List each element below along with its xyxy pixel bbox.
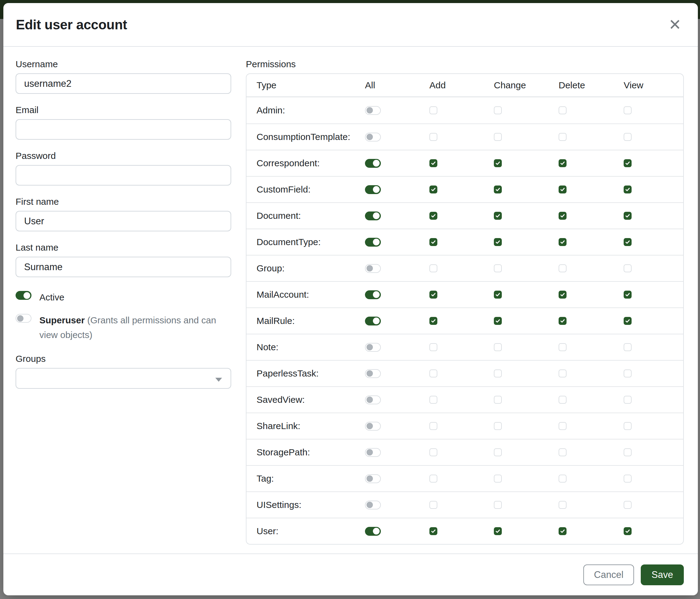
permission-all-toggle[interactable] bbox=[365, 212, 381, 220]
permission-change-checkbox[interactable] bbox=[494, 238, 502, 246]
permission-all-toggle[interactable] bbox=[365, 527, 381, 536]
first-name-input[interactable] bbox=[16, 211, 231, 231]
permission-delete-checkbox[interactable] bbox=[558, 106, 567, 114]
permission-add-checkbox[interactable] bbox=[429, 264, 438, 272]
permission-change-checkbox[interactable] bbox=[494, 396, 502, 404]
permission-view-checkbox[interactable] bbox=[624, 422, 632, 430]
permission-view-checkbox[interactable] bbox=[624, 369, 632, 378]
permission-delete-checkbox[interactable] bbox=[558, 186, 567, 193]
permission-view-checkbox[interactable] bbox=[624, 448, 632, 456]
permission-change-checkbox[interactable] bbox=[494, 186, 502, 193]
permission-delete-checkbox[interactable] bbox=[558, 527, 567, 535]
groups-select[interactable] bbox=[16, 368, 231, 389]
permission-all-toggle[interactable] bbox=[365, 448, 381, 457]
permission-change-checkbox[interactable] bbox=[494, 159, 502, 167]
active-toggle[interactable] bbox=[16, 291, 31, 300]
permission-all-toggle[interactable] bbox=[365, 185, 381, 194]
username-input[interactable] bbox=[16, 73, 231, 94]
permission-view-checkbox[interactable] bbox=[624, 106, 632, 114]
permission-view-checkbox[interactable] bbox=[624, 501, 632, 509]
permission-all-toggle[interactable] bbox=[365, 343, 381, 352]
permission-delete-checkbox[interactable] bbox=[558, 264, 567, 272]
permission-add-checkbox[interactable] bbox=[429, 106, 438, 114]
permission-all-toggle[interactable] bbox=[365, 396, 381, 404]
permission-view-checkbox[interactable] bbox=[624, 343, 632, 351]
permission-view-checkbox[interactable] bbox=[624, 186, 632, 193]
permission-view-checkbox[interactable] bbox=[624, 527, 632, 535]
permission-delete-checkbox[interactable] bbox=[558, 501, 567, 509]
superuser-toggle[interactable] bbox=[16, 314, 31, 323]
permission-change-checkbox[interactable] bbox=[494, 106, 502, 114]
permission-view-checkbox[interactable] bbox=[624, 238, 632, 246]
permission-view-checkbox[interactable] bbox=[624, 133, 632, 141]
permission-change-checkbox[interactable] bbox=[494, 133, 502, 141]
password-input[interactable] bbox=[16, 165, 231, 186]
permission-change-checkbox[interactable] bbox=[494, 501, 502, 509]
permission-add-checkbox[interactable] bbox=[429, 133, 438, 141]
permission-all-toggle[interactable] bbox=[365, 264, 381, 273]
permission-add-checkbox[interactable] bbox=[429, 238, 438, 246]
permission-all-toggle[interactable] bbox=[365, 369, 381, 378]
permission-all-toggle[interactable] bbox=[365, 474, 381, 483]
permission-add-checkbox[interactable] bbox=[429, 501, 438, 509]
permission-change-checkbox[interactable] bbox=[494, 422, 502, 430]
permission-add-checkbox[interactable] bbox=[429, 317, 438, 325]
permission-delete-checkbox[interactable] bbox=[558, 475, 567, 483]
permission-delete-checkbox[interactable] bbox=[558, 343, 567, 351]
permission-view-checkbox[interactable] bbox=[624, 317, 632, 325]
permission-change-checkbox[interactable] bbox=[494, 264, 502, 272]
permission-all-toggle[interactable] bbox=[365, 290, 381, 299]
toggle-knob bbox=[367, 107, 373, 114]
permission-add-checkbox[interactable] bbox=[429, 186, 438, 193]
permission-add-checkbox[interactable] bbox=[429, 291, 438, 298]
email-input[interactable] bbox=[16, 119, 231, 140]
permission-change-checkbox[interactable] bbox=[494, 369, 502, 378]
permission-all-toggle[interactable] bbox=[365, 501, 381, 509]
permission-add-checkbox[interactable] bbox=[429, 448, 438, 456]
permission-change-checkbox[interactable] bbox=[494, 448, 502, 456]
permission-add-checkbox[interactable] bbox=[429, 422, 438, 430]
permission-add-checkbox[interactable] bbox=[429, 343, 438, 351]
save-button[interactable]: Save bbox=[641, 565, 684, 585]
permission-all-toggle[interactable] bbox=[365, 238, 381, 247]
permission-add-checkbox[interactable] bbox=[429, 369, 438, 378]
last-name-input[interactable] bbox=[16, 257, 231, 277]
superuser-toggle-row: Superuser (Grants all permissions and ca… bbox=[16, 313, 231, 342]
permission-all-toggle[interactable] bbox=[365, 317, 381, 326]
permission-change-checkbox[interactable] bbox=[494, 317, 502, 325]
permission-view-checkbox[interactable] bbox=[624, 264, 632, 272]
permission-all-toggle[interactable] bbox=[365, 106, 381, 115]
permission-change-checkbox[interactable] bbox=[494, 475, 502, 483]
permission-all-toggle[interactable] bbox=[365, 133, 381, 142]
permission-view-checkbox[interactable] bbox=[624, 291, 632, 298]
permission-add-checkbox[interactable] bbox=[429, 159, 438, 167]
permission-delete-checkbox[interactable] bbox=[558, 212, 567, 220]
permission-all-toggle[interactable] bbox=[365, 159, 381, 168]
permission-view-checkbox[interactable] bbox=[624, 212, 632, 220]
permission-change-checkbox[interactable] bbox=[494, 343, 502, 351]
permission-add-checkbox[interactable] bbox=[429, 527, 438, 535]
permission-delete-checkbox[interactable] bbox=[558, 159, 567, 167]
permission-all-toggle[interactable] bbox=[365, 422, 381, 431]
permission-view-checkbox[interactable] bbox=[624, 396, 632, 404]
permission-add-checkbox[interactable] bbox=[429, 212, 438, 220]
permission-view-checkbox[interactable] bbox=[624, 159, 632, 167]
permission-type-label: Note: bbox=[247, 342, 365, 352]
permission-delete-checkbox[interactable] bbox=[558, 317, 567, 325]
table-row: User: bbox=[247, 518, 683, 544]
permission-delete-checkbox[interactable] bbox=[558, 291, 567, 298]
permission-change-checkbox[interactable] bbox=[494, 527, 502, 535]
permission-delete-checkbox[interactable] bbox=[558, 396, 567, 404]
permission-delete-checkbox[interactable] bbox=[558, 422, 567, 430]
permission-view-checkbox[interactable] bbox=[624, 475, 632, 483]
permission-delete-checkbox[interactable] bbox=[558, 448, 567, 456]
permission-change-checkbox[interactable] bbox=[494, 291, 502, 298]
permission-delete-checkbox[interactable] bbox=[558, 369, 567, 378]
permission-change-checkbox[interactable] bbox=[494, 212, 502, 220]
permission-add-checkbox[interactable] bbox=[429, 396, 438, 404]
permission-delete-checkbox[interactable] bbox=[558, 238, 567, 246]
permission-add-checkbox[interactable] bbox=[429, 475, 438, 483]
cancel-button[interactable]: Cancel bbox=[583, 565, 634, 585]
permission-delete-checkbox[interactable] bbox=[558, 133, 567, 141]
close-icon[interactable]: ✕ bbox=[666, 15, 684, 34]
